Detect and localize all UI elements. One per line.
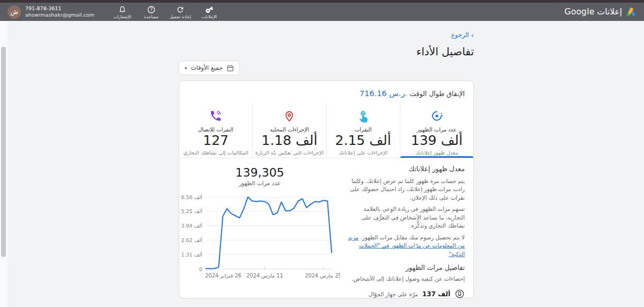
impressions-chart: 01.31 ألف2.62 ألف3.94 ألف5.25 ألف6.56 أل…: [179, 187, 340, 283]
topnav-reload-label: إعادة تحميل: [166, 14, 194, 19]
topnav-reload[interactable]: إعادة تحميل: [166, 4, 194, 19]
topnav-notifications-label: الإشعارات: [108, 14, 136, 19]
topnav-help[interactable]: ? مساعدة: [137, 4, 165, 19]
topbar-nav: الإعلانات إعادة تحميل ? مساعدة: [108, 4, 223, 19]
metric-sublabel: المكالمات إلى نشاطك التجاري: [179, 150, 252, 156]
info-paragraph-1: يتم حساب مرة ظهور كلما تم عرض إعلانك. وك…: [343, 177, 465, 202]
topbar: إعلانات Google الإعلانات إعادة تحميل ?: [0, 3, 644, 21]
metric-tile-call-clicks[interactable]: النقرات للاتصال 127 المكالمات إلى نشاطك …: [179, 104, 253, 158]
svg-text:?: ?: [150, 8, 152, 12]
detail-value: 137 ألف: [422, 290, 450, 298]
details-heading: تفاصيل مرات الظهور: [343, 264, 465, 272]
chart-x-tick-label: 26 فبراير 2024: [205, 273, 241, 279]
chevron-down-icon: ▾: [185, 65, 187, 71]
detail-row-mobile: 137 ألف مرّة على جهاز الجوّال: [343, 286, 465, 298]
detail-label: مرّة على جهاز الجوّال: [369, 291, 418, 297]
google-ads-performance-page: إعلانات Google الإعلانات إعادة تحميل ?: [0, 0, 644, 307]
chart-line-series: [206, 197, 332, 269]
brand-wordmark: إعلانات Google: [565, 7, 622, 17]
spend-label: الإنفاق طوال الوقت: [409, 90, 465, 98]
chart-column: 139,305 عدد مرات الظهور 01.31 ألف2.62 أل…: [179, 158, 340, 298]
chart-y-tick-label: 3.94 ألف: [181, 222, 202, 229]
mobile-device-icon: [455, 289, 465, 298]
notifications-bell-icon: [118, 5, 127, 14]
metric-label: النقرات: [327, 127, 400, 133]
metric-tile-local-actions[interactable]: الإجراءات المحلية 1.18 ألف الإجراءات الت…: [253, 104, 326, 158]
impressions-eye-icon: [430, 109, 443, 122]
chart-x-tick-label: 25 مارس 2024: [305, 273, 340, 279]
back-chevron-icon: ›: [471, 32, 474, 39]
metric-sublabel: الإجراءات التي تعكس نيّة الزيارة: [253, 150, 326, 156]
account-info: 791-878-3611 ahswrmashakr@gmail.com: [25, 5, 94, 18]
account-phone: 791-878-3611: [25, 5, 94, 12]
chart-subtitle: عدد مرات الظهور: [179, 180, 340, 186]
topnav-ads[interactable]: الإعلانات: [195, 4, 223, 19]
chart-y-tick-label: 5.25 ألف: [181, 208, 202, 214]
topnav-ads-label: الإعلانات: [195, 14, 223, 19]
page-scrollbar-thumb[interactable]: [1, 47, 6, 257]
back-label: الرجوع: [451, 31, 469, 39]
reload-icon: [176, 5, 185, 14]
help-icon: ?: [147, 5, 156, 14]
date-range-label: جميع الأوقات: [191, 64, 223, 71]
performance-card: الإنفاق طوال الوقت 716.16 ر.س. عدد مرات …: [179, 81, 474, 298]
metric-value: 139 ألف: [400, 133, 473, 149]
spend-value: 716.16 ر.س.: [360, 89, 407, 98]
spend-summary: الإنفاق طوال الوقت 716.16 ر.س.: [179, 81, 473, 104]
page-scrollbar-track[interactable]: [0, 21, 8, 307]
chart-y-tick-label: 0: [199, 266, 202, 272]
metric-label: النقرات للاتصال: [179, 127, 252, 133]
metric-value: 1.18 ألف: [253, 133, 326, 149]
topnav-help-label: مساعدة: [137, 14, 165, 19]
metric-sublabel: معدل ظهور إعلاناتك: [400, 150, 473, 156]
details-subtext: إحصاءات عن كيفية وصول إعلاناتك إلى الأشخ…: [343, 275, 465, 283]
location-pin-icon: [283, 109, 296, 122]
metric-sublabel: الإجراءات على إعلاناتك: [327, 150, 400, 156]
metric-tile-impressions[interactable]: عدد مرات الظهور 139 ألف معدل ظهور إعلانا…: [400, 104, 473, 158]
avatar[interactable]: ش: [8, 5, 21, 19]
chart-y-tick-label: 2.62 ألف: [181, 237, 202, 243]
page-title: تفاصيل الأداء: [416, 45, 474, 58]
info-paragraph-2: تسهم مرات الظهور في زيادة الوعي بالعلامة…: [343, 205, 465, 230]
back-link[interactable]: › الرجوع: [451, 31, 474, 39]
calendar-icon: [226, 64, 234, 72]
metric-tabs: عدد مرات الظهور 139 ألف معدل ظهور إعلانا…: [179, 104, 473, 158]
info-note-text: لا يتم تحصيل رسوم منك مقابل مرات الظهور.: [360, 234, 465, 240]
chart-y-tick-label: 6.56 ألف: [181, 194, 202, 200]
metric-label: الإجراءات المحلية: [253, 127, 326, 133]
account-email: ahswrmashakr@gmail.com: [25, 12, 94, 18]
metric-tile-clicks[interactable]: النقرات 2.15 ألف الإجراءات على إعلاناتك: [327, 104, 400, 158]
metric-value: 2.15 ألف: [327, 133, 400, 149]
card-body: معدل ظهور إعلاناتك يتم حساب مرة ظهور كلم…: [179, 158, 473, 298]
info-heading: معدل ظهور إعلاناتك: [343, 165, 465, 173]
selected-tab-indicator: [400, 156, 473, 158]
date-range-button[interactable]: جميع الأوقات ▾: [179, 61, 240, 75]
clicks-touch-icon: [357, 109, 370, 122]
metric-label: عدد مرات الظهور: [400, 127, 473, 133]
ads-key-icon: [205, 5, 214, 14]
chart-total-value: 139,305: [179, 166, 340, 179]
google-ads-brand[interactable]: إعلانات Google: [565, 7, 636, 17]
account-menu[interactable]: ش 791-878-3611 ahswrmashakr@gmail.com: [8, 5, 94, 19]
phone-call-icon: [209, 109, 222, 122]
chart-y-tick-label: 1.31 ألف: [181, 251, 202, 258]
chart-x-tick-label: 11 مارس 2024: [246, 273, 283, 279]
info-note: لا يتم تحصيل رسوم منك مقابل مرات الظهور.…: [343, 233, 465, 258]
topnav-notifications[interactable]: الإشعارات: [108, 4, 136, 19]
google-ads-logo-icon: [626, 7, 636, 17]
metric-value: 127: [179, 133, 252, 149]
impressions-info-panel: معدل ظهور إعلاناتك يتم حساب مرة ظهور كلم…: [340, 158, 473, 298]
